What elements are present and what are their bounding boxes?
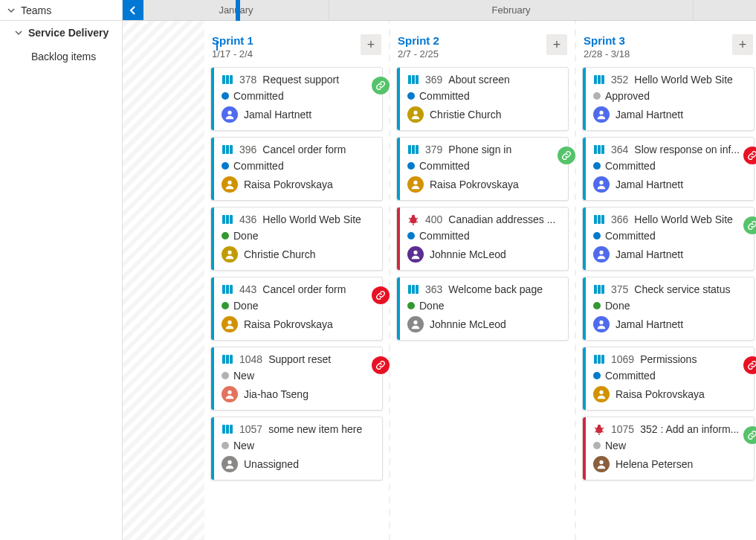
link-badge-icon[interactable] [372, 77, 390, 94]
assignee-name: Johnnie McLeod [430, 248, 506, 260]
work-item-id: 375 [611, 283, 628, 295]
work-item-card[interactable]: 1069PermissionsCommittedRaisa Pokrovskay… [582, 347, 755, 411]
card-stripe [211, 277, 214, 340]
work-item-title: Hello World Web Site [634, 213, 733, 225]
sprint-column: Sprint 11/17 - 2/4+ 378Request supportCo… [204, 21, 389, 540]
bug-icon [407, 213, 419, 225]
book-icon [222, 283, 233, 295]
timeline-month[interactable]: March [694, 0, 756, 20]
work-item-card[interactable]: 1048Support resetNewJia-hao Tseng [210, 347, 383, 411]
link-badge-icon[interactable] [743, 426, 756, 444]
svg-point-42 [599, 111, 603, 115]
work-item-card[interactable]: 379Phone sign inCommittedRaisa Pokrovska… [396, 137, 569, 201]
state-dot-icon [593, 232, 601, 240]
svg-rect-41 [601, 75, 604, 84]
assignee-name: Christie Church [430, 109, 501, 120]
svg-rect-43 [594, 145, 597, 154]
svg-rect-51 [594, 285, 597, 294]
work-item-state: Committed [605, 370, 656, 382]
work-item-id: 1069 [611, 353, 634, 365]
work-item-card[interactable]: 400Canadian addresses ...CommittedJohnni… [396, 207, 569, 271]
work-item-state: Committed [419, 90, 470, 102]
work-item-card[interactable]: 1075352 : Add an inform...NewHelena Pete… [582, 417, 755, 480]
svg-point-60 [598, 425, 601, 428]
avatar [593, 246, 610, 263]
column-spacer [123, 21, 204, 540]
svg-point-54 [599, 321, 603, 324]
work-item-id: 378 [239, 74, 256, 86]
svg-rect-47 [594, 215, 597, 224]
card-stripe [211, 417, 214, 480]
state-dot-icon [222, 372, 229, 379]
link-badge-icon[interactable] [372, 356, 390, 374]
work-item-card[interactable]: 436Hello World Web SiteDoneChristie Chur… [210, 207, 383, 271]
teams-header[interactable]: Teams [0, 0, 122, 21]
work-item-card[interactable]: 375Check service statusDoneJamal Hartnet… [582, 277, 755, 341]
state-dot-icon [593, 302, 601, 309]
work-item-card[interactable]: 443Cancel order formDoneRaisa Pokrovskay… [210, 277, 383, 341]
svg-rect-35 [408, 285, 411, 294]
add-item-button[interactable]: + [361, 34, 381, 55]
sprint-column: Sprint 32/28 - 3/18+ 352Hello World Web … [576, 21, 756, 540]
card-stripe [211, 208, 214, 270]
work-item-card[interactable]: 364Slow response on inf...CommittedJamal… [582, 137, 755, 201]
sidebar-item-backlog[interactable]: Backlog items [0, 45, 122, 68]
work-item-card[interactable]: 1057some new item hereNewUnassigned [210, 417, 383, 480]
state-dot-icon [407, 92, 415, 100]
work-item-state: Done [233, 300, 258, 312]
work-item-title: About screen [448, 74, 510, 86]
timeline-month[interactable]: February [329, 0, 694, 20]
assignee-name: Jamal Hartnett [616, 248, 683, 260]
svg-rect-13 [226, 285, 229, 294]
work-item-card[interactable]: 363Welcome back pageDoneJohnnie McLeod [396, 277, 569, 341]
link-badge-icon[interactable] [743, 356, 756, 374]
svg-point-31 [413, 181, 417, 184]
timeline-prev-button[interactable] [123, 0, 143, 20]
svg-rect-49 [601, 215, 604, 224]
sprint-title[interactable]: Sprint 3 [584, 34, 630, 47]
work-item-card[interactable]: 369About screenCommittedChristie Church [396, 67, 569, 131]
work-item-card[interactable]: 396Cancel order formCommittedRaisa Pokro… [210, 137, 383, 201]
book-icon [222, 144, 233, 155]
book-icon [593, 353, 605, 365]
link-badge-icon[interactable] [372, 286, 390, 304]
work-item-state: Done [419, 300, 444, 312]
work-item-title: Check service status [634, 283, 730, 295]
svg-rect-12 [222, 285, 225, 294]
assignee-name: Raisa Pokrovskaya [244, 179, 333, 190]
avatar [407, 246, 424, 263]
work-item-card[interactable]: 352Hello World Web SiteApprovedJamal Har… [582, 67, 755, 131]
avatar [593, 386, 610, 402]
link-badge-icon[interactable] [558, 147, 575, 164]
sprint-title[interactable]: Sprint 2 [398, 34, 439, 47]
sidebar-item-service-delivery[interactable]: Service Delivery [0, 21, 122, 45]
svg-rect-39 [594, 75, 597, 84]
work-item-state: Committed [419, 160, 470, 172]
timeline-months: JanuaryFebruaryMarch [143, 0, 756, 20]
svg-point-61 [599, 460, 603, 464]
work-item-card[interactable]: 366Hello World Web SiteCommittedJamal Ha… [582, 207, 755, 271]
work-item-title: Hello World Web Site [262, 213, 361, 225]
card-stripe [583, 347, 586, 410]
work-item-state: Committed [605, 230, 656, 242]
book-icon [407, 283, 419, 295]
sprint-title[interactable]: Sprint 1 [212, 34, 253, 47]
card-stripe [583, 208, 586, 270]
state-dot-icon [222, 442, 229, 449]
add-item-button[interactable]: + [732, 34, 753, 55]
add-item-button[interactable]: + [546, 34, 567, 55]
work-item-card[interactable]: 378Request supportCommittedJamal Hartnet… [210, 67, 383, 131]
avatar [593, 176, 610, 193]
state-dot-icon [407, 302, 415, 309]
work-item-title: Hello World Web Site [634, 74, 733, 86]
link-badge-icon[interactable] [743, 147, 756, 164]
assignee-name: Jamal Hartnett [616, 179, 683, 190]
svg-rect-55 [594, 355, 597, 364]
card-stripe [397, 138, 400, 200]
sidebar: Teams Service Delivery Backlog items [0, 0, 123, 540]
work-item-state: New [233, 370, 254, 382]
link-badge-icon[interactable] [743, 216, 756, 234]
avatar [407, 316, 424, 332]
book-icon [407, 74, 419, 86]
svg-rect-45 [601, 145, 604, 154]
